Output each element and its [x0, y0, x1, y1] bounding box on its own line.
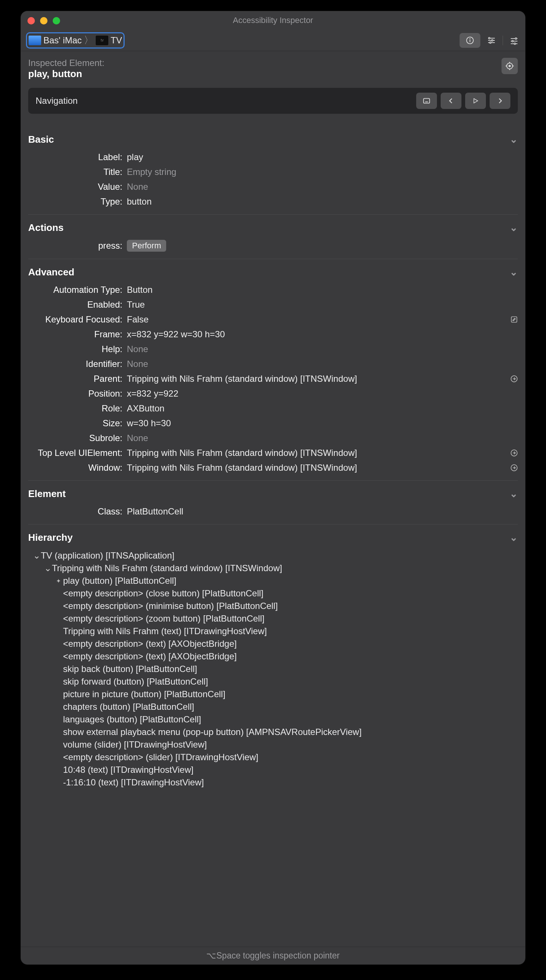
hierarchy-row[interactable]: languages (button) [PlatButtonCell]: [28, 713, 518, 726]
target-breadcrumb[interactable]: Bas' iMac 〉 tv TV: [26, 32, 125, 49]
settings-icon[interactable]: [508, 35, 520, 46]
svg-point-14: [514, 43, 516, 45]
hierarchy-label: skip back (button) [PlatButtonCell]: [63, 664, 197, 674]
hierarchy-row[interactable]: volume (slider) [ITDrawingHostView]: [28, 738, 518, 751]
window-title: Accessibility Inspector: [233, 16, 313, 25]
inspected-name: play, button: [28, 68, 518, 80]
property-key: Role:: [28, 403, 127, 414]
section-header-hierarchy[interactable]: Hierarchy ⌄: [28, 530, 518, 548]
hierarchy-row[interactable]: <empty description> (minimise button) [P…: [28, 600, 518, 612]
spacer: [55, 714, 63, 725]
chevron-down-icon: ⌄: [510, 267, 518, 278]
content: Inspected Element: play, button Navigati…: [21, 51, 525, 947]
hierarchy-row[interactable]: picture in picture (button) [PlatButtonC…: [28, 688, 518, 700]
hierarchy-row[interactable]: ⌄Tripping with Nils Frahm (standard wind…: [28, 562, 518, 574]
hierarchy-label: languages (button) [PlatButtonCell]: [63, 714, 201, 725]
spacer: [55, 689, 63, 699]
hierarchy-row[interactable]: <empty description> (text) [AXObjectBrid…: [28, 650, 518, 663]
target-picker-button[interactable]: [501, 58, 518, 74]
hierarchy-row[interactable]: <empty description> (zoom button) [PlatB…: [28, 612, 518, 625]
app-window: Accessibility Inspector Bas' iMac 〉 tv T…: [21, 11, 525, 964]
navigation-label: Navigation: [36, 95, 78, 106]
property-key: Top Level UIElement:: [28, 448, 127, 458]
property-key: Label:: [28, 152, 127, 162]
section-header-actions[interactable]: Actions ⌄: [28, 220, 518, 238]
chevron-down-icon: ⌄: [510, 488, 518, 500]
disclosure-triangle-icon[interactable]: ⌄: [33, 550, 41, 561]
nav-play-button[interactable]: [465, 93, 486, 109]
hierarchy-label: volume (slider) [ITDrawingHostView]: [63, 740, 207, 750]
property-value: x=832 y=922 w=30 h=30: [127, 329, 518, 339]
inspected-heading: Inspected Element:: [28, 58, 518, 68]
hierarchy-row[interactable]: -1:16:10 (text) [ITDrawingHostView]: [28, 776, 518, 789]
property-value: False: [127, 314, 504, 325]
hierarchy-row[interactable]: 10:48 (text) [ITDrawingHostView]: [28, 764, 518, 776]
hierarchy-label: chapters (button) [PlatButtonCell]: [63, 702, 194, 712]
section-header-advanced[interactable]: Advanced ⌄: [28, 264, 518, 282]
hierarchy-row[interactable]: chapters (button) [PlatButtonCell]: [28, 700, 518, 713]
spacer: [55, 588, 63, 598]
svg-point-6: [489, 37, 490, 39]
edit-icon[interactable]: [504, 316, 518, 323]
locate-icon[interactable]: ✦: [55, 578, 63, 584]
spacer: [55, 702, 63, 712]
speak-button[interactable]: [416, 93, 437, 109]
chevron-down-icon: ⌄: [510, 134, 518, 145]
minimize-icon[interactable]: [40, 17, 48, 24]
zoom-icon[interactable]: [53, 17, 60, 24]
hierarchy-row[interactable]: <empty description> (slider) [ITDrawingH…: [28, 751, 518, 764]
hierarchy-row[interactable]: skip back (button) [PlatButtonCell]: [28, 663, 518, 675]
hierarchy-row[interactable]: show external playback menu (pop-up butt…: [28, 726, 518, 738]
perform-button[interactable]: Perform: [127, 240, 166, 252]
property-key: Automation Type:: [28, 285, 127, 295]
property-row: Parent:Tripping with Nils Frahm (standar…: [28, 371, 518, 386]
spacer: [55, 777, 63, 788]
svg-point-2: [470, 38, 470, 38]
spacer: [55, 752, 63, 762]
disclosure-triangle-icon[interactable]: ⌄: [44, 563, 52, 573]
hierarchy-row[interactable]: ⌄TV (application) [ITNSApplication]: [28, 549, 518, 562]
property-key: Enabled:: [28, 299, 127, 310]
hierarchy-label: -1:16:10 (text) [ITDrawingHostView]: [63, 777, 204, 788]
nav-prev-button[interactable]: [441, 93, 461, 109]
section-header-element[interactable]: Element ⌄: [28, 486, 518, 504]
chevron-down-icon: ⌄: [510, 532, 518, 543]
hierarchy-row[interactable]: <empty description> (text) [AXObjectBrid…: [28, 638, 518, 650]
inspected-header: Inspected Element: play, button: [28, 51, 518, 82]
nav-next-button[interactable]: [490, 93, 510, 109]
property-value: Tripping with Nils Frahm (standard windo…: [127, 463, 504, 473]
hierarchy-label: Tripping with Nils Frahm (text) [ITDrawi…: [63, 626, 267, 636]
property-row: Help:None: [28, 342, 518, 356]
property-key: Identifier:: [28, 359, 127, 369]
audit-icon[interactable]: [485, 35, 497, 46]
property-row: Class:PlatButtonCell: [28, 504, 518, 519]
property-key: Frame:: [28, 329, 127, 339]
traffic-lights: [27, 17, 60, 24]
close-icon[interactable]: [27, 17, 35, 24]
svg-point-13: [512, 40, 513, 42]
property-key: Position:: [28, 388, 127, 399]
navigate-icon[interactable]: [504, 464, 518, 471]
property-key: Keyboard Focused:: [28, 314, 127, 325]
breadcrumb-app: TV: [110, 35, 122, 46]
property-value: Tripping with Nils Frahm (standard windo…: [127, 374, 504, 384]
property-row: Enabled:True: [28, 297, 518, 312]
spacer: [55, 727, 63, 737]
navigate-icon[interactable]: [504, 449, 518, 457]
info-button[interactable]: [460, 33, 481, 48]
property-row: Frame:x=832 y=922 w=30 h=30: [28, 327, 518, 342]
toolbar: Bas' iMac 〉 tv TV: [21, 30, 525, 51]
hierarchy-label: 10:48 (text) [ITDrawingHostView]: [63, 765, 194, 775]
hierarchy-row[interactable]: <empty description> (close button) [Plat…: [28, 587, 518, 600]
hierarchy-row[interactable]: Tripping with Nils Frahm (text) [ITDrawi…: [28, 625, 518, 638]
spacer: [55, 613, 63, 624]
navigate-icon[interactable]: [504, 375, 518, 382]
svg-rect-24: [511, 317, 517, 323]
hierarchy-row[interactable]: ✦play (button) [PlatButtonCell]: [28, 574, 518, 587]
property-row: Window:Tripping with Nils Frahm (standar…: [28, 460, 518, 475]
hierarchy-row[interactable]: skip forward (button) [PlatButtonCell]: [28, 675, 518, 688]
section-header-basic[interactable]: Basic ⌄: [28, 132, 518, 150]
property-row: Identifier:None: [28, 356, 518, 371]
property-value: play: [127, 152, 518, 162]
property-row: Type:button: [28, 194, 518, 209]
